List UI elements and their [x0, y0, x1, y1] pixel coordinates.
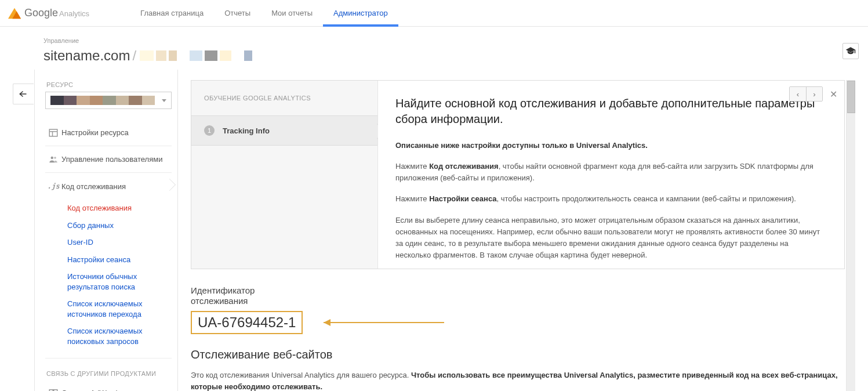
annotation-arrow: [313, 317, 446, 328]
page-header: Управление sitename.com /: [0, 27, 868, 70]
t: Настройки сеанса: [429, 194, 496, 203]
web-tracking-desc: Это код отслеживания Universal Analytics…: [191, 370, 845, 391]
swatch: [140, 50, 154, 61]
columns-icon: [45, 128, 61, 138]
sub-user-id[interactable]: User-ID: [67, 234, 172, 251]
sidebar-section-resource: РЕСУРС: [46, 81, 172, 88]
sidebar-item-adwords-link[interactable]: Связь с AdWords: [45, 379, 172, 391]
tracking-id-value: UA-67694452-1: [191, 311, 303, 334]
tutorial-card: ОБУЧЕНИЕ GOOGLE ANALYTICS 1 Tracking Inf…: [191, 80, 845, 269]
pager-next-button[interactable]: ›: [806, 87, 822, 101]
back-button[interactable]: [13, 84, 34, 104]
svg-marker-10: [324, 319, 331, 326]
swatch: [156, 50, 166, 61]
nav-admin[interactable]: Администратор: [323, 0, 398, 26]
step-number: 1: [204, 125, 215, 136]
property-swatches: [50, 96, 155, 105]
top-nav: Google Analytics Главная страница Отчеты…: [0, 0, 868, 27]
sub-session-settings[interactable]: Настройки сеанса: [67, 251, 172, 269]
sidebar-list: Настройки ресурса Управление пользовател…: [45, 120, 172, 391]
tutorial-pager: ‹ ›: [789, 86, 823, 102]
svg-rect-2: [49, 129, 57, 136]
sidebar: РЕСУРС Настройки ресурса: [35, 70, 178, 391]
t: Это код отслеживания Universal Analytics…: [191, 371, 411, 379]
sidebar-item-user-management[interactable]: Управление пользователями: [45, 146, 172, 173]
sidebar-item-tracking-code[interactable]: .js Код отслеживания: [45, 173, 172, 200]
logo-text-analytics: Analytics: [59, 9, 89, 18]
title-slash: /: [132, 48, 136, 64]
sidebar-section-products: СВЯЗЬ С ДРУГИМИ ПРОДУКТАМИ: [46, 370, 172, 377]
svg-point-5: [51, 156, 54, 159]
pager-prev-button[interactable]: ‹: [790, 87, 806, 101]
swatch: [190, 50, 202, 61]
sidebar-label: Код отслеживания: [61, 182, 172, 191]
tracking-id-label: Идентификатор отслеживания: [191, 285, 284, 306]
users-icon: [45, 154, 61, 165]
back-arrow-icon: [19, 90, 29, 98]
title-line: sitename.com /: [43, 48, 868, 64]
sub-search-exclusions[interactable]: Список исключаемых поисковых запросов: [67, 323, 172, 350]
tracking-id-section: Идентификатор отслеживания UA-67694452-1…: [191, 285, 845, 391]
web-tracking-heading: Отслеживание веб-сайтов: [191, 348, 845, 361]
svg-point-6: [54, 157, 56, 159]
tutorial-badge: ОБУЧЕНИЕ GOOGLE ANALYTICS: [191, 81, 377, 115]
chevron-down-icon: [162, 99, 166, 102]
tutorial-paragraph: Если вы выберете длину сеанса неправильн…: [395, 215, 821, 262]
sub-organic-sources[interactable]: Источники обычных результатов поиска: [67, 268, 172, 295]
sidebar-label: Связь с AdWords: [61, 389, 172, 391]
tutorial-title: Найдите основной код отслеживания и доба…: [395, 96, 821, 127]
js-icon: .js: [45, 182, 61, 190]
swatch: [169, 50, 177, 61]
graduation-cap-icon: [845, 46, 856, 56]
logo-text-google: Google: [24, 7, 58, 19]
ga-logo-icon: [8, 7, 21, 20]
sub-referral-exclusions[interactable]: Список исключаемых источников перехода: [67, 295, 172, 323]
sidebar-label: Управление пользователями: [61, 155, 172, 164]
property-selector[interactable]: [45, 92, 172, 109]
tutorial-content: ‹ › ✕ Найдите основной код отслеживания …: [378, 81, 844, 269]
nav-my-reports[interactable]: Мои отчеты: [261, 0, 323, 26]
nav-tabs: Главная страница Отчеты Мои отчеты Админ…: [130, 0, 398, 26]
tracking-submenu: Код отслеживания Сбор данных User-ID Нас…: [45, 200, 172, 359]
t: Нажмите: [395, 162, 429, 171]
ga-logo[interactable]: Google Analytics: [8, 7, 89, 20]
tutorial-bold-intro: Описанные ниже настройки доступны только…: [395, 141, 648, 150]
site-name: sitename.com: [43, 48, 130, 64]
link-icon: [45, 388, 61, 391]
swatch: [244, 50, 252, 61]
swatch: [205, 50, 217, 61]
t: Код отслеживания: [429, 162, 498, 171]
breadcrumb: Управление: [43, 37, 868, 44]
sub-tracking-code[interactable]: Код отслеживания: [67, 200, 172, 217]
swatch: [220, 50, 231, 61]
education-button[interactable]: [842, 43, 859, 59]
view-swatches: [140, 50, 252, 61]
sub-data-collection[interactable]: Сбор данных: [67, 217, 172, 234]
sidebar-label: Настройки ресурса: [61, 128, 172, 137]
step-title: Tracking Info: [223, 126, 270, 135]
nav-home[interactable]: Главная страница: [130, 0, 214, 26]
tutorial-step-1[interactable]: 1 Tracking Info: [191, 115, 377, 146]
t: Нажмите: [395, 194, 429, 203]
close-tutorial-button[interactable]: ✕: [830, 89, 837, 100]
main-panel: ОБУЧЕНИЕ GOOGLE ANALYTICS 1 Tracking Inf…: [178, 70, 868, 391]
nav-reports[interactable]: Отчеты: [214, 0, 261, 26]
scrollbar-thumb[interactable]: [847, 81, 855, 113]
scrollbar[interactable]: [846, 80, 855, 391]
tutorial-steps: ОБУЧЕНИЕ GOOGLE ANALYTICS 1 Tracking Inf…: [191, 81, 378, 269]
left-gutter: [0, 70, 35, 391]
tutorial-body: Описанные ниже настройки доступны только…: [395, 140, 821, 269]
sidebar-item-property-settings[interactable]: Настройки ресурса: [45, 120, 172, 146]
t: , чтобы настроить продолжительность сеан…: [497, 194, 796, 203]
